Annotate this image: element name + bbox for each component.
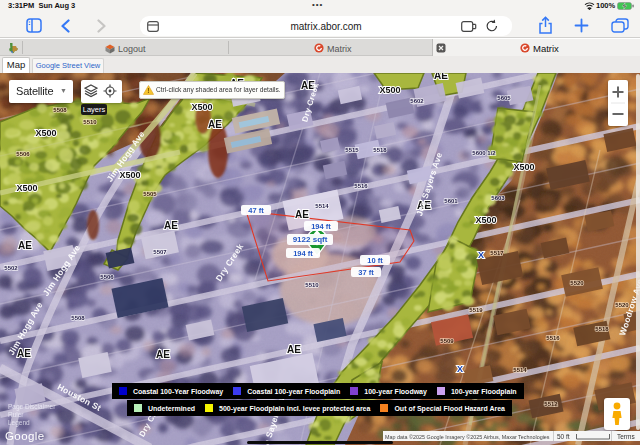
svg-text:5601: 5601 <box>444 198 458 204</box>
svg-text:5518: 5518 <box>595 326 609 332</box>
svg-text:X500: X500 <box>35 128 56 138</box>
svg-text:X500: X500 <box>513 162 534 172</box>
svg-text:5519: 5519 <box>469 307 483 313</box>
svg-text:5507: 5507 <box>153 249 167 255</box>
svg-text:X: X <box>478 250 484 260</box>
svg-text:AE: AE <box>434 73 448 81</box>
svg-text:5512: 5512 <box>544 401 558 407</box>
svg-text:Legend: Legend <box>8 419 30 427</box>
svg-text:AE: AE <box>208 119 222 130</box>
svg-text:10 ft: 10 ft <box>367 256 383 265</box>
svg-text:5602: 5602 <box>410 98 424 104</box>
svg-text:9122 sqft: 9122 sqft <box>293 235 328 244</box>
svg-text:37 ft: 37 ft <box>358 268 374 277</box>
svg-text:5510: 5510 <box>83 119 97 125</box>
svg-text:Page Disclaimer: Page Disclaimer <box>8 403 56 411</box>
svg-text:5516: 5516 <box>546 335 560 341</box>
svg-text:AE: AE <box>17 348 31 359</box>
svg-text:X500: X500 <box>475 215 496 225</box>
svg-text:5506: 5506 <box>100 274 114 280</box>
svg-text:5505: 5505 <box>143 191 157 197</box>
svg-text:5520: 5520 <box>570 280 584 286</box>
svg-text:5514: 5514 <box>513 367 527 373</box>
svg-text:5600 1/2: 5600 1/2 <box>472 150 496 156</box>
svg-text:5515: 5515 <box>345 147 359 153</box>
svg-text:194 ft: 194 ft <box>311 222 331 231</box>
svg-text:5509: 5509 <box>440 338 454 344</box>
svg-text:5506: 5506 <box>16 151 30 157</box>
svg-text:Ruler: Ruler <box>8 411 24 418</box>
svg-text:5510: 5510 <box>305 282 319 288</box>
svg-text:AE: AE <box>164 220 178 231</box>
svg-text:5605: 5605 <box>497 95 511 101</box>
svg-text:5517: 5517 <box>490 250 504 256</box>
svg-text:X500: X500 <box>119 170 140 180</box>
svg-text:5603: 5603 <box>491 195 505 201</box>
svg-text:AE: AE <box>18 240 32 251</box>
svg-text:5508: 5508 <box>71 315 85 321</box>
svg-text:!: ! <box>147 87 149 94</box>
svg-text:5508: 5508 <box>53 107 67 113</box>
svg-text:AE: AE <box>295 209 309 220</box>
svg-text:194 ft: 194 ft <box>293 249 313 258</box>
svg-text:X500: X500 <box>191 102 212 112</box>
svg-text:5518: 5518 <box>373 147 387 153</box>
svg-text:X500: X500 <box>379 85 400 95</box>
svg-text:AE: AE <box>287 344 301 355</box>
svg-text:Google: Google <box>5 430 44 442</box>
svg-text:5516: 5516 <box>354 183 368 189</box>
svg-text:5514: 5514 <box>315 203 329 209</box>
svg-text:AE: AE <box>156 349 170 360</box>
svg-text:5502: 5502 <box>4 265 18 271</box>
svg-text:47 ft: 47 ft <box>248 206 264 215</box>
svg-text:X: X <box>457 364 463 374</box>
svg-text:X500: X500 <box>16 183 37 193</box>
svg-text:5520: 5520 <box>615 302 629 308</box>
